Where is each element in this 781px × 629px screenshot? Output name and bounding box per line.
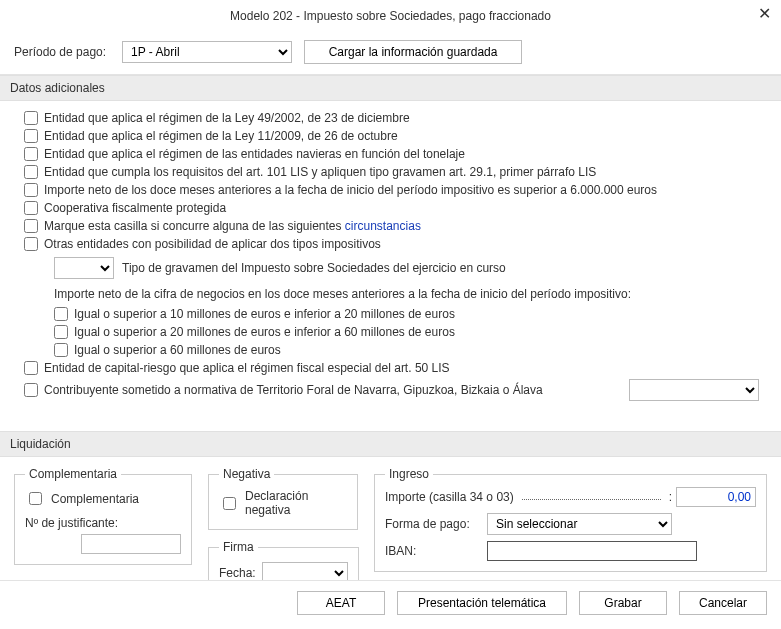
fecha-select[interactable] [262,562,348,581]
close-icon[interactable]: ✕ [758,6,771,22]
iban-label: IBAN: [385,544,475,558]
chk-10-20m-label: Igual o superior a 10 millones de euros … [74,307,455,321]
fieldset-complementaria: Complementaria Complementaria Nº de just… [14,467,192,565]
chk-60m[interactable] [54,343,68,357]
forma-pago-select[interactable]: Sin seleccionar [487,513,672,535]
chk-circunstancias[interactable] [24,219,38,233]
fieldset-firma: Firma Fecha: [208,540,359,581]
chk-complementaria-label: Complementaria [51,492,139,506]
legend-ingreso: Ingreso [385,467,433,481]
chk-art101[interactable] [24,165,38,179]
chk-20-60m[interactable] [54,325,68,339]
section-liquidacion-header: Liquidación [0,431,781,457]
chk-negativa-label: Declaración negativa [245,489,347,517]
aeat-button[interactable]: AEAT [297,591,385,615]
chk-navieras-label: Entidad que aplica el régimen de las ent… [44,147,465,161]
chk-cooperativa[interactable] [24,201,38,215]
chk-20-60m-label: Igual o superior a 20 millones de euros … [74,325,455,339]
fecha-label: Fecha: [219,566,256,580]
chk-cooperativa-label: Cooperativa fiscalmente protegida [44,201,226,215]
chk-territorio-foral-label: Contribuyente sometido a normativa de Te… [44,383,543,397]
chk-territorio-foral[interactable] [24,383,38,397]
chk-capital-riesgo-label: Entidad de capital-riesgo que aplica el … [44,361,450,375]
dots-filler [522,499,661,500]
territorio-select[interactable] [629,379,759,401]
period-select[interactable]: 1P - Abril [122,41,292,63]
dialog-title: Modelo 202 - Impuesto sobre Sociedades, … [230,9,551,23]
chk-complementaria[interactable] [29,492,42,505]
section-datos-adicionales-header: Datos adicionales [0,75,781,101]
neto-note: Importe neto de la cifra de negocios en … [14,283,767,305]
chk-10-20m[interactable] [54,307,68,321]
chk-60m-label: Igual o superior a 60 millones de euros [74,343,281,357]
link-circunstancias[interactable]: circunstancias [345,219,421,233]
legend-firma: Firma [219,540,258,554]
chk-ley-49-2002-label: Entidad que aplica el régimen de la Ley … [44,111,410,125]
chk-negativa[interactable] [223,497,236,510]
chk-circunstancias-label: Marque esta casilla si concurre alguna d… [44,219,421,233]
load-info-button[interactable]: Cargar la información guardada [304,40,522,64]
chk-otras-entidades[interactable] [24,237,38,251]
justificante-input[interactable] [81,534,181,554]
chk-importe-6m[interactable] [24,183,38,197]
fieldset-ingreso: Ingreso Importe (casilla 34 o 03) : Form… [374,467,767,572]
cancelar-button[interactable]: Cancelar [679,591,767,615]
chk-navieras[interactable] [24,147,38,161]
chk-ley-11-2009-label: Entidad que aplica el régimen de la Ley … [44,129,398,143]
tipo-gravamen-label: Tipo de gravamen del Impuesto sobre Soci… [122,261,506,275]
chk-capital-riesgo[interactable] [24,361,38,375]
legend-negativa: Negativa [219,467,274,481]
chk-otras-entidades-label: Otras entidades con posibilidad de aplic… [44,237,381,251]
period-label: Período de pago: [14,45,106,59]
chk-importe-6m-label: Importe neto de los doce meses anteriore… [44,183,657,197]
scroll-area[interactable]: Datos adicionales Entidad que aplica el … [0,74,781,581]
chk-ley-11-2009[interactable] [24,129,38,143]
chk-ley-49-2002[interactable] [24,111,38,125]
importe-label: Importe (casilla 34 o 03) [385,490,514,504]
tipo-gravamen-select[interactable] [54,257,114,279]
iban-input[interactable] [487,541,697,561]
forma-pago-label: Forma de pago: [385,517,475,531]
fieldset-negativa: Negativa Declaración negativa [208,467,358,530]
presentacion-button[interactable]: Presentación telemática [397,591,567,615]
chk-art101-label: Entidad que cumpla los requisitos del ar… [44,165,596,179]
importe-input[interactable] [676,487,756,507]
legend-complementaria: Complementaria [25,467,121,481]
justificante-label: Nº de justificante: [25,516,181,530]
grabar-button[interactable]: Grabar [579,591,667,615]
